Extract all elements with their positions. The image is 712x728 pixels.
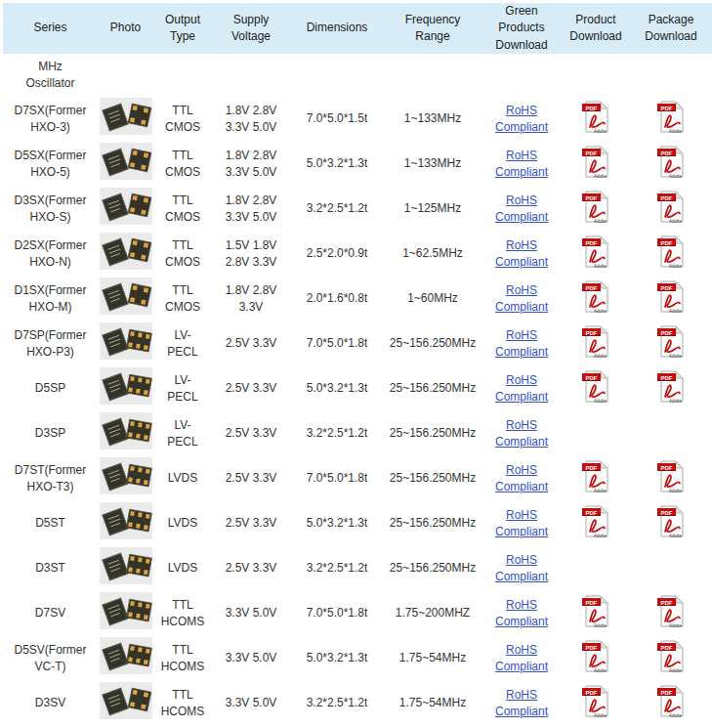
supply-voltage-cell: 3.3V 5.0V xyxy=(212,636,290,681)
pdf-label: PDF xyxy=(586,329,598,335)
oscillator-photo-image xyxy=(100,547,152,584)
adobe-label: Adobe xyxy=(669,488,683,492)
adobe-label: Adobe xyxy=(594,488,607,492)
adobe-label: Adobe xyxy=(669,622,683,627)
product-pdf-link[interactable]: PDFAdobe xyxy=(581,99,610,135)
product-pdf-link[interactable]: PDFAdobe xyxy=(581,638,610,674)
dimensions-cell: 5.0*3.2*1.3t xyxy=(290,501,384,546)
product-download-cell: PDFAdobe xyxy=(562,97,630,142)
package-download-cell: PDFAdobe xyxy=(630,456,712,501)
series-cell: D1SX(Former HXO-M) xyxy=(3,277,98,321)
package-pdf-link[interactable]: PDFAdobe xyxy=(656,683,686,719)
product-pdf-link[interactable]: PDFAdobe xyxy=(581,234,610,270)
rohs-compliant-link[interactable]: RoHS Compliant xyxy=(495,193,548,224)
rohs-compliant-link[interactable]: RoHS Compliant xyxy=(495,373,548,404)
package-pdf-link[interactable]: PDFAdobe xyxy=(656,278,686,315)
pdf-label: PDF xyxy=(661,689,673,695)
adobe-label: Adobe xyxy=(594,308,607,313)
product-pdf-link[interactable]: PDFAdobe xyxy=(581,593,610,629)
package-pdf-link[interactable]: PDFAdobe xyxy=(656,638,686,674)
package-pdf-icon: PDFAdobe xyxy=(656,593,686,629)
package-pdf-link[interactable]: PDFAdobe xyxy=(656,503,686,539)
dimensions-cell: 5.0*3.2*1.3t xyxy=(290,142,384,187)
product-pdf-link[interactable]: PDFAdobe xyxy=(581,189,610,225)
adobe-label: Adobe xyxy=(669,218,683,223)
adobe-label: Adobe xyxy=(594,398,607,403)
green-products-cell: RoHS Compliant xyxy=(482,546,562,591)
rohs-compliant-link[interactable]: RoHS Compliant xyxy=(495,553,548,583)
rohs-compliant-link[interactable]: RoHS Compliant xyxy=(495,508,548,538)
photo-cell xyxy=(98,187,153,232)
package-pdf-icon: PDFAdobe xyxy=(656,234,686,270)
column-header-output-type: Output Type xyxy=(153,3,212,54)
product-pdf-icon: PDFAdobe xyxy=(581,638,610,674)
product-download-cell: PDFAdobe xyxy=(562,681,630,726)
photo-cell xyxy=(98,142,153,187)
adobe-label: Adobe xyxy=(669,308,683,313)
package-pdf-link[interactable]: PDFAdobe xyxy=(656,189,686,225)
product-pdf-link[interactable]: PDFAdobe xyxy=(581,323,610,360)
product-pdf-link[interactable]: PDFAdobe xyxy=(581,503,610,539)
oscillator-photo-image xyxy=(100,592,152,629)
frequency-range-cell: 1~60MHz xyxy=(384,277,482,321)
output-type-cell: LVDS xyxy=(153,546,212,591)
dimensions-cell: 2.5*2.0*0.9t xyxy=(290,232,384,277)
package-pdf-link[interactable]: PDFAdobe xyxy=(656,234,686,270)
product-download-cell: PDFAdobe xyxy=(562,366,630,411)
supply-voltage-cell: 2.5V 3.3V xyxy=(212,501,290,546)
green-products-cell: RoHS Compliant xyxy=(482,142,562,187)
adobe-label: Adobe xyxy=(594,533,607,537)
rohs-compliant-link[interactable]: RoHS Compliant xyxy=(495,418,548,449)
product-pdf-link[interactable]: PDFAdobe xyxy=(581,368,610,405)
green-products-cell: RoHS Compliant xyxy=(482,277,562,321)
package-pdf-icon: PDFAdobe xyxy=(656,144,686,180)
output-type-cell: TTL CMOS xyxy=(153,97,212,142)
supply-voltage-cell: 1.8V 2.8V 3.3V 5.0V xyxy=(212,142,290,187)
rohs-compliant-link[interactable]: RoHS Compliant xyxy=(495,149,548,179)
rohs-compliant-link[interactable]: RoHS Compliant xyxy=(495,328,548,359)
table-row: D5SPLV- PECL2.5V 3.3V5.0*3.2*1.3t25~156.… xyxy=(3,366,712,411)
product-photo xyxy=(100,412,152,450)
series-cell: D7SV xyxy=(3,591,98,636)
product-pdf-link[interactable]: PDFAdobe xyxy=(581,144,610,180)
rohs-compliant-link[interactable]: RoHS Compliant xyxy=(495,688,548,718)
package-download-cell: PDFAdobe xyxy=(630,277,712,321)
rohs-compliant-link[interactable]: RoHS Compliant xyxy=(495,463,548,493)
adobe-label: Adobe xyxy=(594,263,607,268)
output-type-cell: LV- PECL xyxy=(153,321,212,366)
product-pdf-icon: PDFAdobe xyxy=(581,189,610,225)
product-pdf-link[interactable]: PDFAdobe xyxy=(581,683,610,719)
package-pdf-link[interactable]: PDFAdobe xyxy=(656,323,686,360)
dimensions-cell: 3.2*2.5*1.2t xyxy=(290,681,384,726)
oscillator-photo-image xyxy=(100,502,152,539)
rohs-compliant-link[interactable]: RoHS Compliant xyxy=(495,104,548,134)
product-pdf-icon: PDFAdobe xyxy=(581,458,610,494)
product-photo xyxy=(100,592,152,629)
product-pdf-link[interactable]: PDFAdobe xyxy=(581,278,610,315)
rohs-compliant-link[interactable]: RoHS Compliant xyxy=(495,283,548,314)
product-download-cell: PDFAdobe xyxy=(562,232,630,277)
pdf-label: PDF xyxy=(586,644,598,650)
output-type-cell: TTL CMOS xyxy=(153,277,212,321)
frequency-range-cell: 25~156.250MHz xyxy=(384,501,482,546)
package-pdf-link[interactable]: PDFAdobe xyxy=(656,593,686,629)
product-download-cell: PDFAdobe xyxy=(562,456,630,501)
rohs-compliant-link[interactable]: RoHS Compliant xyxy=(495,598,548,628)
pdf-label: PDF xyxy=(661,329,673,335)
rohs-compliant-link[interactable]: RoHS Compliant xyxy=(495,238,548,269)
package-pdf-icon: PDFAdobe xyxy=(656,278,686,315)
rohs-compliant-link[interactable]: RoHS Compliant xyxy=(495,643,548,673)
package-pdf-link[interactable]: PDFAdobe xyxy=(656,144,686,180)
photo-cell xyxy=(98,411,153,456)
dimensions-cell: 5.0*3.2*1.3t xyxy=(290,366,384,411)
column-header-product-download: Product Download xyxy=(562,3,630,54)
package-pdf-link[interactable]: PDFAdobe xyxy=(656,99,686,135)
product-download-cell: PDFAdobe xyxy=(562,636,630,681)
product-pdf-link[interactable]: PDFAdobe xyxy=(581,458,610,494)
product-download-cell: PDFAdobe xyxy=(562,591,630,636)
green-products-cell: RoHS Compliant xyxy=(482,636,562,681)
product-photo xyxy=(100,98,152,135)
package-pdf-link[interactable]: PDFAdobe xyxy=(656,368,686,405)
package-pdf-link[interactable]: PDFAdobe xyxy=(656,458,686,494)
product-download-cell: PDFAdobe xyxy=(562,142,630,187)
